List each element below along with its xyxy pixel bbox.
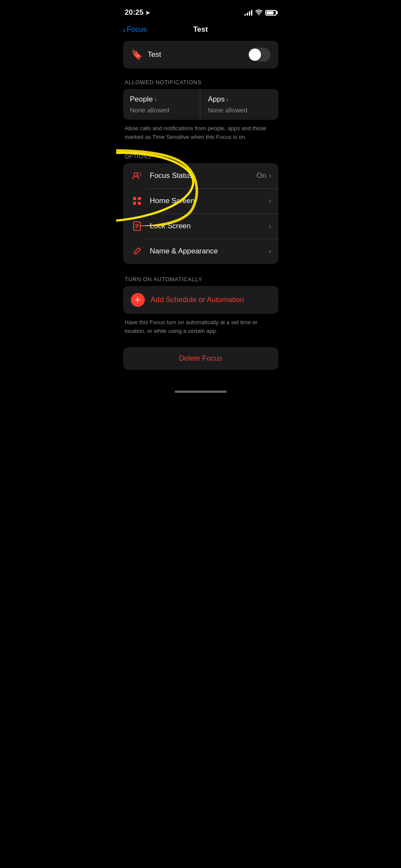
svg-point-3 [138,173,140,176]
signal-bar-4 [251,10,252,16]
people-title: People › [130,95,193,104]
apps-chevron-icon: › [226,96,228,103]
options-wrapper: Focus Status On › Home Screen › [123,163,278,264]
focus-status-chevron-icon: › [269,172,271,180]
auto-description: Have this Focus turn on automatically at… [123,318,278,335]
name-appearance-row[interactable]: Name & Appearance › [123,239,278,264]
focus-status-icon [130,169,144,183]
options-card: Focus Status On › Home Screen › [123,163,278,264]
name-appearance-chevron-icon: › [269,247,271,255]
signal-bar-3 [249,11,250,16]
back-label: Focus [127,25,147,34]
focus-status-label: Focus Status [150,171,257,180]
notifications-grid: People › None allowed Apps › None allowe… [123,89,278,120]
notifications-description: Allow calls and notifications from peopl… [123,124,278,141]
lock-screen-row[interactable]: Lock Screen › [123,214,278,239]
svg-rect-11 [135,227,137,228]
delete-focus-card[interactable]: Delete Focus [123,347,278,370]
delete-focus-label: Delete Focus [179,354,222,362]
svg-rect-4 [133,197,136,200]
toggle-knob [249,49,261,61]
nav-bar: ‹ Focus Test [116,22,285,41]
content: 🔖 Test ALLOWED NOTIFICATIONS People › No… [116,41,285,370]
add-schedule-label: Add Schedule or Automation [151,296,244,304]
focus-name-label: Test [148,50,161,59]
home-bar [175,391,227,393]
wifi-icon [255,9,263,16]
plus-circle-icon: + [131,293,145,307]
svg-rect-7 [138,202,141,205]
bookmark-icon: 🔖 [131,49,143,60]
chevron-left-icon: ‹ [123,25,126,35]
status-bar: 20:25 ➤ [116,0,285,22]
svg-point-1 [134,173,137,176]
signal-bars-icon [245,10,252,16]
signal-bar-1 [245,14,246,16]
home-screen-chevron-icon: › [269,197,271,205]
auto-section-label: TURN ON AUTOMATICALLY [123,276,278,283]
allowed-notifications-label: ALLOWED NOTIFICATIONS [123,79,278,85]
home-screen-icon [130,194,144,208]
svg-rect-5 [138,197,141,200]
apps-title: Apps › [208,95,271,104]
lock-screen-icon [130,219,144,233]
svg-rect-6 [133,202,136,205]
people-subtitle: None allowed [130,106,193,114]
lock-screen-chevron-icon: › [269,222,271,230]
home-screen-row[interactable]: Home Screen › [123,188,278,214]
location-arrow-icon: ➤ [145,10,150,16]
add-schedule-card[interactable]: + Add Schedule or Automation [123,286,278,314]
people-chevron-icon: › [154,96,156,103]
name-appearance-label: Name & Appearance [150,247,269,256]
back-button[interactable]: ‹ Focus [123,25,147,35]
focus-toggle-left: 🔖 Test [131,49,161,60]
focus-toggle-switch[interactable] [248,48,271,62]
status-time: 20:25 ➤ [125,8,150,17]
home-indicator [116,387,285,400]
apps-subtitle: None allowed [208,106,271,114]
page-title: Test [193,25,208,34]
people-label: People [130,95,153,104]
focus-toggle-card: 🔖 Test [123,41,278,69]
focus-status-value: On [256,171,266,180]
apps-label: Apps [208,95,225,104]
signal-bar-2 [247,13,248,16]
options-section-label: OPTIONS [123,153,278,160]
time-display: 20:25 [125,8,143,17]
lock-screen-label: Lock Screen [150,222,269,230]
svg-rect-9 [135,224,139,225]
battery-fill [267,11,274,14]
svg-rect-10 [135,226,139,227]
home-screen-label: Home Screen [150,197,269,205]
apps-cell[interactable]: Apps › None allowed [201,89,278,120]
people-cell[interactable]: People › None allowed [123,89,200,120]
status-icons [245,9,277,16]
battery-icon [265,10,277,16]
name-appearance-icon [130,244,144,258]
focus-status-row[interactable]: Focus Status On › [123,163,278,188]
auto-section: TURN ON AUTOMATICALLY + Add Schedule or … [123,276,278,335]
